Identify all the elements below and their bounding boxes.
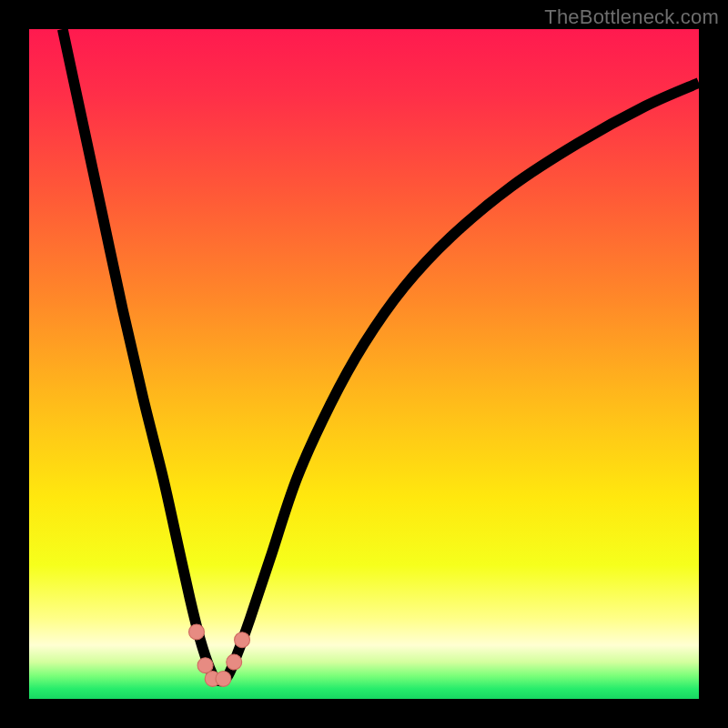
watermark-text: TheBottleneck.com [544,5,719,29]
data-marker [235,632,250,648]
data-marker [227,654,242,670]
bottleneck-curve [63,29,699,681]
chart-frame: TheBottleneck.com [0,0,728,728]
data-marker [197,658,213,673]
data-marker [189,624,205,640]
plot-area [29,29,699,699]
curve-layer [29,29,699,699]
data-marker [216,671,231,686]
